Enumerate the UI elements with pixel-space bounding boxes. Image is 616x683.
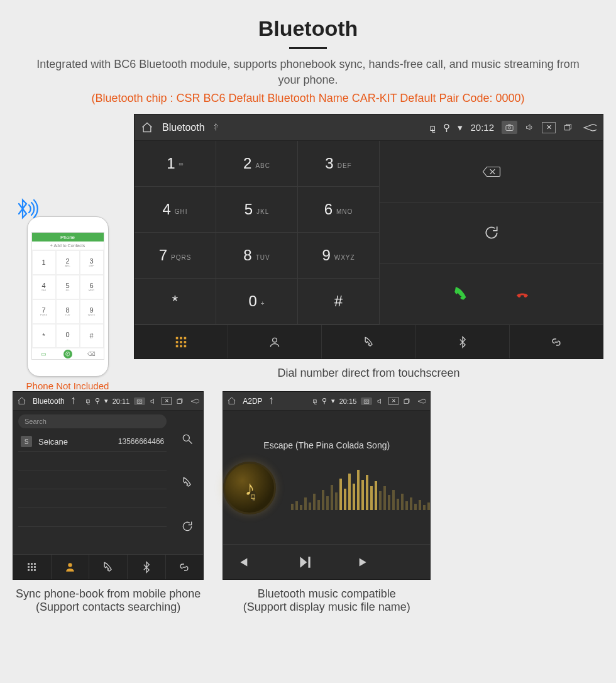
phone-backspace-icon: ⌫: [87, 350, 96, 358]
svg-point-12: [273, 338, 277, 342]
svg-rect-19: [34, 564, 36, 565]
tab-keypad[interactable]: [13, 555, 52, 579]
svg-rect-4: [180, 337, 182, 340]
volume-icon[interactable]: [525, 123, 534, 132]
tab-call-log[interactable]: [89, 555, 128, 579]
screenshot-icon[interactable]: [134, 397, 145, 405]
tab-call-log[interactable]: [322, 325, 415, 358]
svg-point-16: [184, 435, 190, 441]
recent-apps-icon[interactable]: [403, 397, 410, 405]
recent-apps-icon[interactable]: [563, 123, 573, 132]
svg-rect-18: [31, 564, 33, 565]
bluetooth-icon: ⚼: [429, 122, 436, 133]
dialer-key-6[interactable]: 6MNO: [298, 187, 380, 233]
clock: 20:12: [470, 122, 494, 133]
tab-keypad[interactable]: [135, 325, 228, 358]
page-title: Bluetooth: [0, 0, 616, 41]
recent-apps-icon[interactable]: [176, 397, 184, 405]
close-app-icon[interactable]: ✕: [542, 122, 556, 133]
dialer-key-3[interactable]: 3DEF: [298, 141, 380, 187]
svg-rect-7: [180, 341, 182, 343]
dialer-key-9[interactable]: 9WXYZ: [298, 233, 380, 279]
music-controls: [223, 544, 430, 579]
phone-app-header: Phone: [32, 233, 104, 242]
phone-key: 8TUV: [56, 299, 80, 324]
dialer-key-4[interactable]: 4GHI: [135, 187, 216, 233]
clock: 20:15: [339, 397, 357, 405]
bluetooth-icon: ⚼: [85, 397, 91, 405]
svg-rect-10: [180, 345, 182, 347]
phone-key: 2ABC: [56, 250, 80, 275]
contacts-caption: Sync phone-book from mobile phone (Suppo…: [13, 580, 204, 625]
home-icon[interactable]: [17, 396, 26, 406]
dialer-key-#[interactable]: #: [298, 279, 380, 325]
dialer-key-2[interactable]: 2ABC: [216, 141, 298, 187]
call-answer-button[interactable]: [451, 286, 469, 303]
close-app-icon[interactable]: ✕: [162, 397, 172, 405]
back-icon[interactable]: [580, 121, 597, 134]
redial-button[interactable]: [483, 225, 500, 241]
volume-icon[interactable]: [150, 397, 157, 405]
home-icon[interactable]: [227, 396, 236, 406]
usb-icon: [267, 396, 276, 406]
search-input[interactable]: Search: [18, 414, 167, 428]
search-icon[interactable]: [181, 433, 194, 445]
page-description: Integrated with BC6 Bluetooth module, su…: [0, 57, 616, 88]
contact-row[interactable]: S Seicane 13566664466: [18, 432, 167, 452]
close-app-icon[interactable]: ✕: [388, 397, 399, 405]
tab-contacts[interactable]: [228, 325, 322, 358]
svg-rect-6: [176, 341, 179, 343]
prev-track-button[interactable]: [236, 555, 296, 569]
dialer-key-*[interactable]: *: [135, 279, 216, 325]
back-icon[interactable]: [415, 397, 426, 405]
bluetooth-specs: (Bluetooth chip : CSR BC6 Default Blueto…: [0, 88, 616, 114]
list-item: [18, 508, 167, 527]
svg-rect-5: [184, 337, 187, 340]
phone-keypad: 12ABC3DEF4GHI5JKL6MNO7PQRS8TUV9WXYZ*0+#: [32, 250, 104, 348]
tab-contacts[interactable]: [52, 555, 90, 579]
play-pause-button[interactable]: [297, 554, 357, 570]
dialer-key-1[interactable]: 1∞: [135, 141, 216, 187]
contacts-tabbar: [13, 554, 203, 579]
contact-name: Seicane: [38, 437, 68, 447]
music-caption: Bluetooth music compatible (Support disp…: [223, 580, 431, 625]
dialer-tabbar: [135, 325, 603, 358]
phone-key: 3DEF: [80, 250, 104, 275]
call-hangup-button[interactable]: [513, 287, 532, 301]
screenshot-icon[interactable]: [502, 121, 517, 134]
audio-visualizer: [291, 466, 430, 510]
usb-icon: [69, 396, 78, 406]
phone-key: 1: [32, 250, 56, 275]
phone-key: 7PQRS: [32, 299, 56, 324]
svg-rect-15: [177, 399, 182, 403]
dialer-key-8[interactable]: 8TUV: [216, 233, 298, 279]
backspace-button[interactable]: [482, 165, 501, 178]
dialer-key-7[interactable]: 7PQRS: [135, 233, 216, 279]
home-icon[interactable]: [141, 121, 153, 134]
phone-key: 6MNO: [80, 275, 104, 299]
svg-rect-24: [31, 569, 33, 571]
call-icon[interactable]: [181, 476, 194, 489]
wifi-icon: ▾: [104, 397, 108, 405]
next-track-button[interactable]: [357, 555, 417, 569]
svg-rect-11: [184, 345, 187, 347]
usb-icon: [211, 123, 221, 132]
svg-rect-21: [31, 566, 33, 568]
svg-rect-0: [506, 126, 513, 131]
screenshot-icon[interactable]: [361, 397, 372, 405]
tab-bluetooth[interactable]: [128, 555, 166, 579]
status-bar: Bluetooth ⚼ ⚲ ▾ 20:11 ✕: [13, 392, 203, 411]
sync-icon[interactable]: [181, 520, 194, 533]
app-title: A2DP: [243, 397, 262, 406]
location-icon: ⚲: [443, 122, 450, 133]
back-icon[interactable]: [188, 397, 199, 405]
svg-point-26: [68, 564, 72, 567]
tab-bluetooth[interactable]: [416, 325, 510, 358]
dialer-key-5[interactable]: 5JKL: [216, 187, 298, 233]
tab-pair[interactable]: [166, 555, 204, 579]
list-item: [18, 489, 167, 508]
dialer-key-0[interactable]: 0+: [216, 279, 298, 325]
volume-icon[interactable]: [377, 397, 384, 405]
wifi-icon: ▾: [458, 122, 463, 133]
tab-pair[interactable]: [510, 325, 603, 358]
